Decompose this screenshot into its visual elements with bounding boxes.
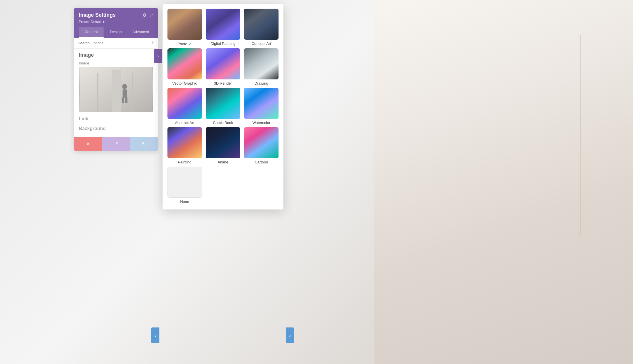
style-thumb-inner-vector-graphic bbox=[167, 48, 202, 79]
style-thumb-inner-abstract-art bbox=[167, 88, 202, 119]
style-item-painting[interactable]: Painting bbox=[167, 127, 203, 164]
style-label-row-concept-art: Concept Art bbox=[251, 41, 271, 46]
style-thumb-inner-photo bbox=[167, 9, 202, 40]
style-item-comic-book[interactable]: Comic Book bbox=[205, 88, 241, 125]
style-item-vector-graphic[interactable]: Vector Graphic bbox=[167, 48, 203, 85]
image-preview-box[interactable] bbox=[79, 67, 153, 112]
style-item-abstract-art[interactable]: Abstract Art bbox=[167, 88, 203, 125]
style-thumb-inner-drawing bbox=[244, 48, 279, 79]
style-thumb-none bbox=[167, 167, 202, 198]
style-item-drawing[interactable]: Drawing bbox=[243, 48, 279, 85]
style-thumb-inner-watercolor bbox=[244, 88, 279, 119]
style-label-vector-graphic: Vector Graphic bbox=[172, 81, 197, 85]
panel-toggle-button[interactable]: › bbox=[154, 49, 162, 63]
style-label-row-none: None bbox=[180, 199, 189, 204]
style-thumb-inner-digital-painting bbox=[206, 9, 240, 40]
redo-button[interactable]: ↻ bbox=[130, 137, 158, 151]
style-thumb-cartoon bbox=[244, 127, 279, 158]
undo-button[interactable]: ↺ bbox=[102, 137, 130, 151]
settings-panel: Image Settings ⚙ ⤢ Preset: Default ▾ Con… bbox=[74, 8, 158, 151]
style-label-drawing: Drawing bbox=[254, 81, 268, 85]
style-item-digital-painting[interactable]: Digital Painting bbox=[205, 9, 241, 46]
style-label-row-3d-render: 3D Render bbox=[214, 81, 232, 85]
style-item-anime[interactable]: Anime bbox=[205, 127, 241, 164]
tab-design[interactable]: Design bbox=[104, 27, 128, 38]
preset-text: Preset: Default bbox=[79, 20, 102, 24]
style-thumb-watercolor bbox=[244, 88, 279, 119]
style-thumb-inner-anime bbox=[206, 127, 240, 158]
room-decoration bbox=[374, 0, 633, 364]
blue-nav-left-button[interactable]: ‹ bbox=[151, 327, 159, 343]
style-thumb-inner-comic-book bbox=[206, 88, 240, 119]
settings-header: Image Settings ⚙ ⤢ Preset: Default ▾ Con… bbox=[74, 8, 158, 38]
background-section-label: Background bbox=[79, 126, 153, 131]
style-label-row-drawing: Drawing bbox=[254, 81, 268, 85]
style-thumb-inner-cartoon bbox=[244, 127, 279, 158]
style-item-photo[interactable]: Photo✓ bbox=[167, 9, 203, 46]
expand-icon[interactable]: ⤢ bbox=[149, 12, 153, 18]
add-option-button[interactable]: + bbox=[151, 40, 154, 46]
style-item-concept-art[interactable]: Concept Art bbox=[243, 9, 279, 46]
style-check-icon-photo: ✓ bbox=[188, 41, 192, 46]
style-thumb-abstract-art bbox=[167, 88, 202, 119]
style-item-watercolor[interactable]: Watercolor bbox=[243, 88, 279, 125]
style-label-row-vector-graphic: Vector Graphic bbox=[172, 81, 197, 85]
image-section-title: Image bbox=[79, 52, 153, 58]
style-thumb-digital-painting bbox=[206, 9, 240, 40]
style-thumb-vector-graphic bbox=[167, 48, 202, 79]
style-label-row-watercolor: Watercolor bbox=[252, 121, 270, 125]
style-thumb-3d-render bbox=[206, 48, 240, 79]
tab-content[interactable]: Content bbox=[79, 27, 104, 38]
tab-advanced[interactable]: Advanced bbox=[128, 27, 153, 38]
style-thumb-anime bbox=[206, 127, 240, 158]
cancel-button[interactable]: ✕ bbox=[74, 137, 102, 151]
style-item-3d-render[interactable]: 3D Render bbox=[205, 48, 241, 85]
header-icons: ⚙ ⤢ bbox=[142, 12, 153, 18]
style-label-watercolor: Watercolor bbox=[252, 121, 270, 125]
settings-icon[interactable]: ⚙ bbox=[142, 12, 146, 18]
search-bar: + bbox=[74, 38, 158, 49]
image-field-label: Image bbox=[79, 61, 153, 65]
blue-nav-left-icon: ‹ bbox=[155, 333, 156, 338]
style-label-painting: Painting bbox=[178, 160, 191, 164]
panel-body: Image Image bbox=[74, 49, 158, 137]
style-thumb-inner-3d-render bbox=[206, 48, 240, 79]
image-preview-svg bbox=[79, 67, 153, 112]
style-thumb-photo bbox=[167, 9, 202, 40]
style-label-abstract-art: Abstract Art bbox=[175, 121, 194, 125]
room-window bbox=[580, 35, 581, 236]
style-thumb-painting bbox=[167, 127, 202, 158]
style-label-row-digital-painting: Digital Painting bbox=[211, 41, 236, 46]
style-thumb-concept-art bbox=[244, 9, 279, 40]
settings-header-top: Image Settings ⚙ ⤢ bbox=[79, 12, 153, 18]
style-label-comic-book: Comic Book bbox=[213, 121, 233, 125]
panel-toggle-icon: › bbox=[157, 54, 159, 58]
svg-rect-2 bbox=[97, 73, 98, 112]
style-label-row-anime: Anime bbox=[218, 160, 228, 164]
style-thumb-comic-book bbox=[206, 88, 240, 119]
settings-title: Image Settings bbox=[79, 12, 116, 18]
search-input[interactable] bbox=[78, 41, 149, 45]
svg-rect-7 bbox=[122, 98, 124, 103]
style-picker-popup: Photo✓Digital PaintingConcept ArtVector … bbox=[163, 4, 283, 209]
blue-nav-right-button[interactable]: › bbox=[286, 327, 294, 343]
style-label-row-comic-book: Comic Book bbox=[213, 121, 233, 125]
svg-rect-4 bbox=[112, 70, 121, 112]
svg-point-5 bbox=[122, 84, 127, 89]
style-label-row-cartoon: Cartoon bbox=[255, 160, 268, 164]
style-label-digital-painting: Digital Painting bbox=[211, 41, 236, 46]
style-label-row-painting: Painting bbox=[178, 160, 191, 164]
style-grid: Photo✓Digital PaintingConcept ArtVector … bbox=[167, 9, 279, 204]
style-thumb-none-inner bbox=[167, 167, 202, 198]
style-item-none[interactable]: None bbox=[167, 167, 203, 204]
style-label-photo: Photo bbox=[178, 42, 187, 46]
preset-label[interactable]: Preset: Default ▾ bbox=[79, 20, 153, 24]
preset-arrow: ▾ bbox=[103, 20, 104, 24]
svg-rect-6 bbox=[123, 89, 127, 98]
style-label-row-abstract-art: Abstract Art bbox=[175, 121, 194, 125]
style-label-none: None bbox=[180, 199, 189, 204]
panel-footer: ✕ ↺ ↻ bbox=[74, 137, 158, 151]
link-section-label: Link bbox=[79, 116, 153, 121]
style-label-anime: Anime bbox=[218, 160, 228, 164]
style-item-cartoon[interactable]: Cartoon bbox=[243, 127, 279, 164]
